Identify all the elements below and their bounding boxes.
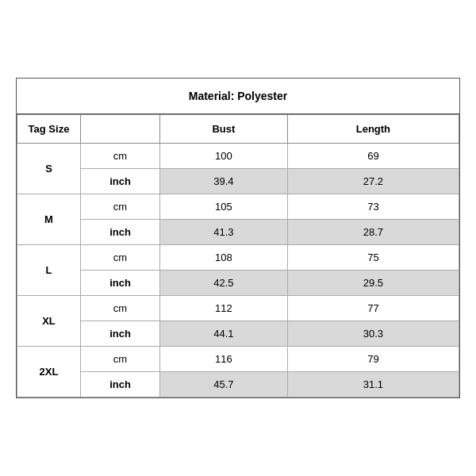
header-unit: [81, 115, 160, 144]
table-row: inch42.529.5: [17, 271, 459, 296]
unit-cm: cm: [81, 296, 160, 321]
tag-size-cell: S: [17, 144, 81, 194]
unit-cm: cm: [81, 245, 160, 271]
bust-inch: 39.4: [160, 169, 288, 194]
unit-inch: inch: [81, 372, 160, 397]
unit-inch: inch: [81, 169, 160, 194]
bust-inch: 44.1: [160, 321, 288, 347]
unit-cm: cm: [81, 194, 160, 220]
length-cm: 79: [287, 347, 459, 372]
table-row: 2XLcm11679: [17, 347, 459, 372]
size-chart-wrapper: Material: Polyester Tag Size Bust Length…: [16, 78, 460, 398]
bust-cm: 100: [160, 144, 288, 169]
length-cm: 73: [287, 194, 459, 220]
table-row: Lcm10875: [17, 245, 459, 271]
bust-inch: 41.3: [160, 220, 288, 245]
tag-size-cell: L: [17, 245, 81, 296]
tag-size-cell: 2XL: [17, 347, 81, 397]
bust-inch: 45.7: [160, 372, 288, 397]
length-cm: 75: [287, 245, 459, 271]
table-body: Scm10069inch39.427.2Mcm10573inch41.328.7…: [17, 144, 459, 397]
size-table: Tag Size Bust Length Scm10069inch39.427.…: [17, 114, 459, 397]
table-row: Scm10069: [17, 144, 459, 169]
bust-cm: 105: [160, 194, 288, 220]
header-bust: Bust: [160, 115, 288, 144]
unit-cm: cm: [81, 347, 160, 372]
header-row: Tag Size Bust Length: [17, 115, 459, 144]
header-tag-size: Tag Size: [17, 115, 81, 144]
length-cm: 77: [287, 296, 459, 321]
table-row: inch41.328.7: [17, 220, 459, 245]
chart-title: Material: Polyester: [17, 79, 459, 114]
table-row: inch45.731.1: [17, 372, 459, 397]
bust-cm: 116: [160, 347, 288, 372]
length-cm: 69: [287, 144, 459, 169]
table-row: Mcm10573: [17, 194, 459, 220]
length-inch: 28.7: [287, 220, 459, 245]
bust-cm: 108: [160, 245, 288, 271]
unit-inch: inch: [81, 220, 160, 245]
table-row: XLcm11277: [17, 296, 459, 321]
length-inch: 29.5: [287, 271, 459, 296]
length-inch: 30.3: [287, 321, 459, 347]
table-row: inch44.130.3: [17, 321, 459, 347]
table-row: inch39.427.2: [17, 169, 459, 194]
unit-inch: inch: [81, 321, 160, 347]
header-length: Length: [287, 115, 459, 144]
tag-size-cell: XL: [17, 296, 81, 347]
tag-size-cell: M: [17, 194, 81, 245]
unit-inch: inch: [81, 271, 160, 296]
bust-inch: 42.5: [160, 271, 288, 296]
unit-cm: cm: [81, 144, 160, 169]
length-inch: 27.2: [287, 169, 459, 194]
bust-cm: 112: [160, 296, 288, 321]
length-inch: 31.1: [287, 372, 459, 397]
